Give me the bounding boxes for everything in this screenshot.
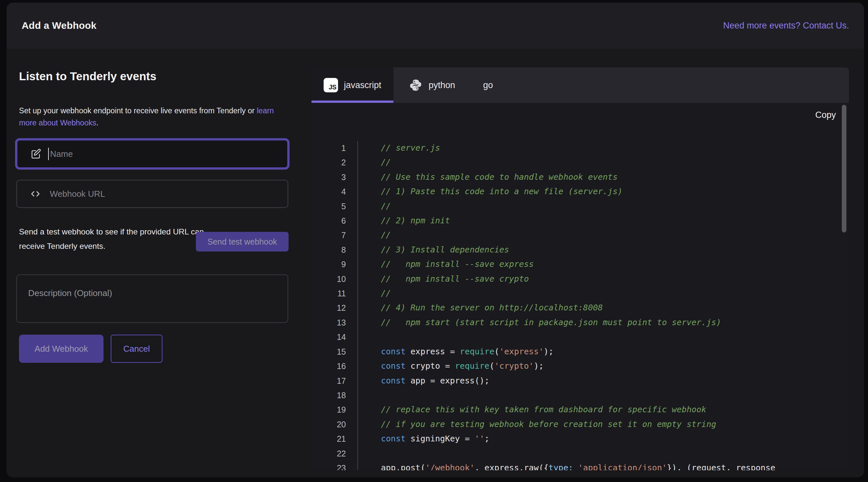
tab-python[interactable]: python [393,67,471,103]
contact-us-link[interactable]: Need more events? Contact Us. [723,21,849,31]
test-webhook-text: Send a test webhook to see if the provid… [19,225,204,253]
code-line: 9// npm install --save express [311,257,849,271]
copy-button[interactable]: Copy [815,110,836,120]
code-line: 7// [311,228,849,242]
code-line: 20// if you are testing webhook before c… [311,417,849,431]
code-line: 21const signingKey = ''; [311,431,849,446]
screen: Add a Webhook Need more events? Contact … [0,0,868,482]
code-line: 19// replace this with key taken from da… [311,403,849,417]
code-line: 8// 3) Install dependencies [311,243,849,257]
code-line: 6// 2) npm init [311,214,849,228]
python-icon [409,78,423,92]
modal-title: Add a Webhook [22,20,97,31]
description-field [17,275,288,323]
code-line: 16const crypto = require('crypto'); [311,359,849,373]
code-tabbar: JS javascript python go [311,67,849,103]
code-line: 11// [311,286,849,300]
code-line: 23app.post('/webhook', express.raw({type… [311,461,849,470]
code-line: 1// server.js [311,141,849,155]
name-field [15,138,289,170]
code-line: 4// 1) Paste this code into a new file (… [311,184,849,199]
code-line: 14 [311,330,849,344]
name-input[interactable] [18,140,287,167]
text-caret [48,148,49,160]
code-panel: JS javascript python go [311,67,849,470]
code-line: 5// [311,199,849,214]
webhook-url-field [17,180,288,208]
code-lines: 1// server.js2//3// Use this sample code… [311,103,849,470]
vertical-scrollbar[interactable] [842,105,846,232]
code-line: 22 [311,446,849,461]
code-line: 3// Use this sample code to handle webho… [311,170,849,184]
tab-javascript-label: javascript [344,80,381,90]
add-webhook-button[interactable]: Add Webhook [19,335,103,363]
tab-python-label: python [428,80,455,90]
send-test-webhook-button[interactable]: Send test webhook [196,232,288,252]
tab-go[interactable]: go [471,67,505,103]
code-editor[interactable]: Copy 1// server.js2//3// Use this sample… [311,103,849,470]
code-line: 13// npm start (start script in package.… [311,315,849,330]
cancel-button[interactable]: Cancel [111,335,162,363]
description-period: . [96,119,99,127]
code-line: 17const app = express(); [311,374,849,388]
form-description: Set up your webhook endpoint to receive … [19,105,284,129]
code-line: 15const express = require('express'); [311,345,849,359]
code-line: 10// npm install --save crypto [311,272,849,286]
webhook-url-input[interactable] [17,181,287,207]
description-textarea[interactable] [17,275,288,323]
code-line: 2// [311,155,849,170]
js-icon: JS [323,78,338,92]
tab-go-label: go [483,80,493,90]
code-line: 12// 4) Run the server on http://localho… [311,300,849,315]
tab-javascript[interactable]: JS javascript [311,67,393,103]
description-text: Set up your webhook endpoint to receive … [19,106,257,115]
modal-header: Add a Webhook Need more events? Contact … [6,3,864,49]
add-webhook-modal: Add a Webhook Need more events? Contact … [6,3,864,477]
form-heading: Listen to Tenderly events [19,70,156,83]
code-line: 18 [311,388,849,403]
